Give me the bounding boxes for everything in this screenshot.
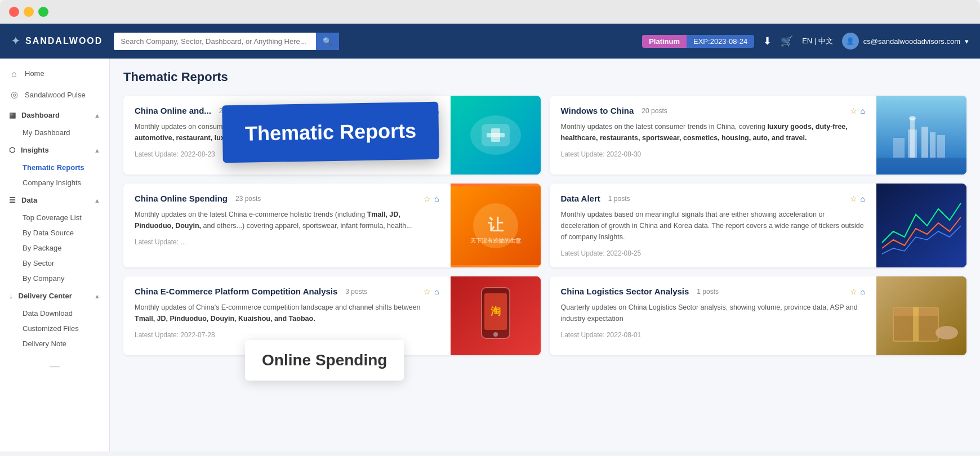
card-title-2: Windows to China (561, 106, 634, 115)
data-icon: ☰ (9, 196, 16, 204)
sidebar-group-dashboard[interactable]: ▦ Dashboard ▲ (0, 105, 109, 125)
maximize-button[interactable] (38, 7, 48, 17)
svg-point-22 (493, 332, 498, 337)
star-icon-2[interactable]: ☆ (850, 106, 857, 115)
sidebar-group-data[interactable]: ☰ Data ▲ (0, 190, 109, 210)
sidebar-item-by-package[interactable]: By Package (0, 240, 109, 256)
chevron-up-icon-delivery: ▲ (94, 293, 100, 299)
svg-rect-13 (876, 158, 966, 175)
sidebar-item-by-sector[interactable]: By Sector (0, 256, 109, 271)
download-icon[interactable]: ⬇ (763, 35, 772, 47)
sidebar-item-thematic-reports[interactable]: Thematic Reports (0, 160, 109, 175)
home-icon-2[interactable]: ⌂ (861, 106, 865, 115)
sidebar-item-by-company[interactable]: By Company (0, 271, 109, 286)
card-header-3: China Online Spending 23 posts ☆ ⌂ (135, 194, 439, 203)
sidebar-label-data: Data (21, 196, 37, 204)
card-desc-6: Quarterly updates on China Logistics Sec… (561, 302, 866, 324)
card-title-1: China Online and... (135, 106, 211, 115)
home-icon-6[interactable]: ⌂ (861, 287, 865, 296)
card-posts-3: 23 posts (235, 195, 261, 203)
minimize-button[interactable] (24, 7, 34, 17)
page-title: Thematic Reports (123, 70, 966, 84)
sidebar-label-data-download: Data Download (23, 309, 73, 318)
svg-text:淘: 淘 (491, 306, 501, 317)
svg-rect-11 (937, 135, 945, 158)
card-icons-4: ☆ ⌂ (850, 194, 865, 203)
home-icon-3[interactable]: ⌂ (434, 194, 439, 203)
svg-point-8 (909, 116, 916, 120)
sidebar-item-top-coverage[interactable]: Top Coverage List (0, 210, 109, 225)
sidebar-item-my-dashboard[interactable]: My Dashboard (0, 125, 109, 140)
sidebar-item-company-insights[interactable]: Company Insights (0, 175, 109, 190)
card-update-4: Latest Update: 2022-08-25 (561, 249, 866, 257)
card-thumb-2 (876, 96, 966, 175)
sidebar-label-insights: Insights (21, 146, 49, 154)
sidebar-group-insights[interactable]: ⬡ Insights ▲ (0, 140, 109, 160)
tooltip-online-text: Online Spending (245, 340, 404, 381)
close-button[interactable] (9, 7, 19, 17)
search-input[interactable] (114, 33, 316, 50)
card-body-6: China Logistics Sector Analysis 1 posts … (550, 276, 877, 355)
svg-rect-27 (913, 307, 919, 341)
card-thumb-3: 让 天下没有难做的生意 (451, 184, 541, 267)
delivery-icon: ↓ (9, 292, 13, 300)
sidebar-label-pulse: Sandalwood Pulse (25, 91, 86, 99)
report-card-windows-china: Windows to China 20 posts ☆ ⌂ Monthly up… (550, 96, 967, 175)
sidebar-label-by-company: By Company (23, 274, 64, 283)
card-thumb-4 (876, 184, 966, 267)
card-title-6: China Logistics Sector Analysis (561, 287, 689, 296)
sidebar-label-dashboard: Dashboard (21, 111, 60, 119)
star-icon-4[interactable]: ☆ (850, 194, 857, 203)
sidebar: ⌂ Home ◎ Sandalwood Pulse ▦ Dashboard ▲ … (0, 59, 110, 451)
search-button[interactable]: 🔍 (316, 33, 339, 50)
subscription-badge: Platinum EXP:2023-08-24 (642, 35, 754, 48)
sidebar-label-company-insights: Company Insights (23, 178, 81, 187)
sidebar-label-customized-files: Customized Files (23, 324, 79, 333)
card-body-4: Data Alert 1 posts ☆ ⌂ Monthly updates b… (550, 184, 877, 267)
search-bar: 🔍 (114, 33, 339, 50)
sidebar-item-home[interactable]: ⌂ Home (0, 63, 109, 84)
home-icon-5[interactable]: ⌂ (434, 287, 439, 296)
user-menu[interactable]: 👤 cs@sandalwoodadvisors.com ▾ (842, 33, 969, 50)
logo-icon: ✦ (11, 35, 21, 47)
card-header-4: Data Alert 1 posts ☆ ⌂ (561, 194, 866, 203)
svg-rect-7 (908, 129, 917, 158)
top-navigation: ✦ SANDALWOOD 🔍 Platinum EXP:2023-08-24 ⬇… (0, 24, 980, 59)
chevron-up-icon: ▲ (94, 112, 100, 119)
thematic-reports-tooltip: Thematic Reports (222, 104, 439, 161)
cart-icon[interactable]: 🛒 (781, 35, 793, 47)
sidebar-label-by-package: By Package (23, 244, 61, 252)
sidebar-item-delivery-note[interactable]: Delivery Note (0, 336, 109, 351)
card-desc-4: Monthly updates based on meaningful sign… (561, 209, 866, 243)
svg-rect-12 (893, 138, 905, 158)
card-desc-2: Monthly updates on the latest consumer t… (561, 121, 866, 144)
sidebar-group-delivery[interactable]: ↓ Delivery Center ▲ (0, 286, 109, 306)
pulse-icon: ◎ (9, 90, 19, 100)
window-chrome (0, 0, 980, 24)
sidebar-item-sandalwood-pulse[interactable]: ◎ Sandalwood Pulse (0, 84, 109, 105)
card-update-6: Latest Update: 2022-08-01 (561, 331, 866, 339)
online-spending-tooltip: Online Spending (234, 227, 404, 381)
sidebar-item-by-data-source[interactable]: By Data Source (0, 225, 109, 240)
sidebar-item-data-download[interactable]: Data Download (0, 306, 109, 321)
svg-point-28 (936, 326, 958, 339)
sidebar-label-thematic-reports: Thematic Reports (23, 163, 84, 172)
chevron-down-icon: ▾ (965, 37, 969, 46)
svg-rect-18 (876, 186, 966, 265)
card-posts-2: 20 posts (642, 107, 667, 115)
main-content: Thematic Reports Thematic Reports Online… (110, 59, 980, 451)
language-switcher[interactable]: EN | 中文 (802, 36, 833, 46)
card-icons-6: ☆ ⌂ (850, 287, 865, 296)
star-icon-6[interactable]: ☆ (850, 287, 857, 296)
card-body-2: Windows to China 20 posts ☆ ⌂ Monthly up… (550, 96, 877, 175)
card-thumb-1 (451, 96, 541, 175)
sidebar-item-customized-files[interactable]: Customized Files (0, 321, 109, 336)
chevron-up-icon-insights: ▲ (94, 147, 100, 154)
card-icons-5: ☆ ⌂ (424, 287, 439, 296)
home-icon-4[interactable]: ⌂ (861, 194, 865, 203)
sidebar-label-by-sector: By Sector (23, 259, 54, 267)
card-title-4: Data Alert (561, 194, 600, 203)
star-icon-5[interactable]: ☆ (424, 287, 431, 296)
star-icon-3[interactable]: ☆ (424, 194, 431, 203)
card-posts-6: 1 posts (697, 288, 719, 296)
